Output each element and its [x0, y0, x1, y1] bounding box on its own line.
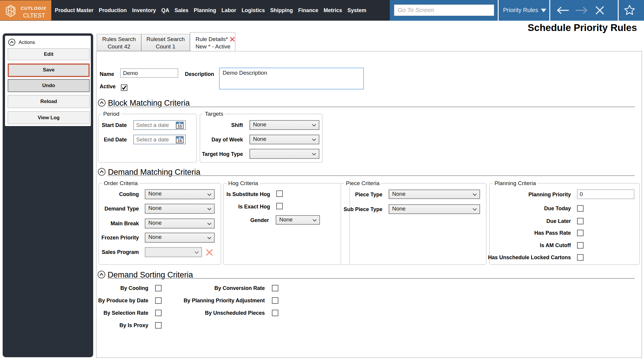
svg-text:15: 15 [178, 124, 182, 128]
svg-text:15: 15 [178, 138, 182, 143]
